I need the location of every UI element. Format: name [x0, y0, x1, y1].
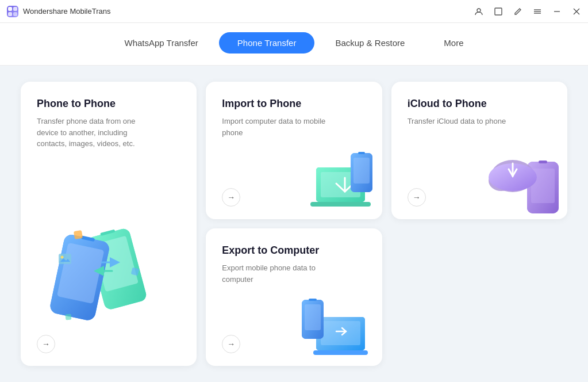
svg-rect-32: [353, 158, 370, 184]
card-export-desc: Export mobile phone data to computer: [222, 262, 325, 285]
window-button[interactable]: [494, 7, 503, 16]
svg-rect-22: [66, 314, 72, 320]
card-icloud-arrow[interactable]: →: [408, 188, 426, 207]
import-illustration: [308, 150, 376, 213]
nav-whatsapp-transfer[interactable]: WhatsApp Transfer: [106, 32, 216, 54]
card-import-arrow[interactable]: →: [222, 188, 240, 207]
svg-rect-1: [13, 7, 17, 11]
card-icloud-to-phone[interactable]: iCloud to Phone Transfer iCloud data to …: [391, 82, 567, 219]
svg-rect-20: [74, 230, 83, 239]
card-export-arrow[interactable]: →: [222, 335, 240, 353]
svg-rect-37: [539, 161, 547, 163]
export-illustration: [302, 291, 376, 360]
nav-backup-restore[interactable]: Backup & Restore: [317, 32, 423, 54]
card-export-title: Export to Computer: [222, 245, 366, 257]
card-icloud-desc: Transfer iCloud data to phone: [408, 116, 511, 127]
svg-rect-45: [321, 321, 360, 345]
icloud-illustration: [487, 144, 562, 213]
card-phone-to-phone-arrow[interactable]: →: [37, 335, 55, 353]
card-import-desc: Import computer data to mobile phone: [222, 116, 325, 138]
svg-rect-28: [310, 202, 371, 207]
nav-phone-transfer[interactable]: Phone Transfer: [219, 32, 315, 54]
menu-button[interactable]: [533, 7, 542, 16]
svg-rect-33: [358, 152, 365, 154]
app-icon: [7, 6, 18, 17]
edit-button[interactable]: [513, 7, 522, 16]
svg-rect-2: [8, 12, 12, 16]
title-bar-controls: [474, 7, 581, 16]
card-import-title: Import to Phone: [222, 98, 366, 110]
card-phone-to-phone-title: Phone to Phone: [37, 98, 180, 110]
card-export-to-computer[interactable]: Export to Computer Export mobile phone d…: [206, 228, 382, 366]
svg-rect-46: [313, 350, 368, 355]
phone-to-phone-illustration: [21, 222, 197, 337]
svg-point-24: [61, 256, 64, 259]
svg-rect-23: [59, 254, 71, 264]
minimize-button[interactable]: [552, 7, 562, 16]
nav-bar: WhatsApp Transfer Phone Transfer Backup …: [0, 23, 588, 66]
card-phone-to-phone[interactable]: Phone to Phone Transfer phone data from …: [21, 82, 197, 366]
app-name: Wondershare MobileTrans: [23, 7, 110, 16]
svg-point-4: [477, 9, 481, 12]
card-icloud-title: iCloud to Phone: [408, 98, 551, 110]
title-bar-left: Wondershare MobileTrans: [7, 6, 110, 17]
content-area: Phone to Phone Transfer phone data from …: [0, 66, 588, 382]
nav-more[interactable]: More: [425, 32, 482, 54]
svg-rect-0: [8, 7, 12, 11]
close-button[interactable]: [572, 7, 581, 16]
svg-rect-49: [305, 304, 321, 330]
svg-rect-5: [495, 8, 502, 15]
profile-button[interactable]: [474, 7, 483, 16]
svg-rect-3: [13, 12, 17, 16]
card-import-to-phone[interactable]: Import to Phone Import computer data to …: [206, 82, 382, 219]
title-bar: Wondershare MobileTrans: [0, 0, 588, 23]
card-phone-to-phone-desc: Transfer phone data from one device to a…: [37, 116, 140, 150]
svg-rect-50: [309, 299, 317, 301]
